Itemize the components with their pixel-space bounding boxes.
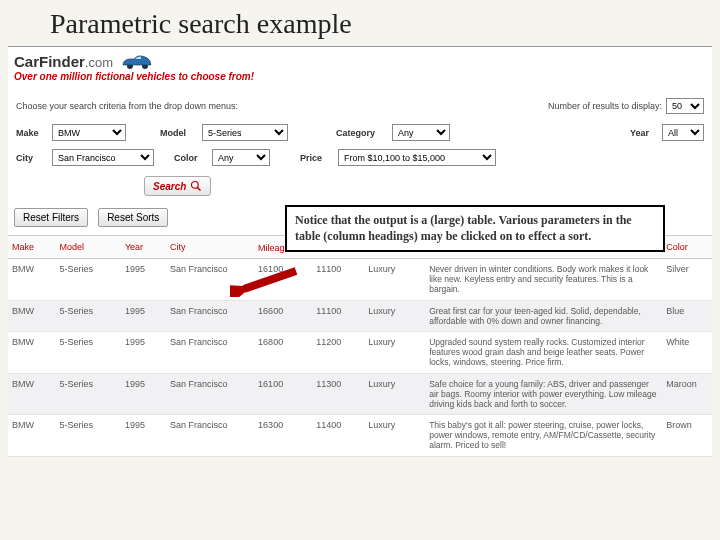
cell-price: 11200 — [312, 331, 364, 373]
table-row: BMW5-Series1995San Francisco1610011300Lu… — [8, 373, 712, 415]
cell-color: Maroon — [662, 373, 712, 415]
annotation-callout: Notice that the output is a (large) tabl… — [285, 205, 665, 252]
category-label: Category — [336, 128, 384, 138]
car-icon — [119, 51, 155, 71]
results-table: Make Model Year City Mileage✦ Price✦ Cat… — [8, 235, 712, 457]
cell-description: Upgraded sound system really rocks. Cust… — [425, 331, 662, 373]
cell-year: 1995 — [121, 415, 166, 457]
cell-make: BMW — [8, 331, 55, 373]
svg-line-3 — [198, 188, 201, 191]
cell-description: This baby's got it all: power steering, … — [425, 415, 662, 457]
col-color[interactable]: Color — [662, 236, 712, 259]
category-select[interactable]: Any — [392, 124, 450, 141]
cell-category: Luxury — [364, 259, 425, 301]
cell-price: 11100 — [312, 300, 364, 331]
cell-mileage: 16100 — [254, 373, 312, 415]
cell-category: Luxury — [364, 415, 425, 457]
table-row: BMW5-Series1995San Francisco1680011200Lu… — [8, 331, 712, 373]
reset-sorts-button[interactable]: Reset Sorts — [98, 208, 168, 227]
price-select[interactable]: From $10,100 to $15,000 — [338, 149, 496, 166]
brand-name: CarFinder — [14, 53, 85, 70]
cell-color: Blue — [662, 300, 712, 331]
model-label: Model — [160, 128, 194, 138]
col-city[interactable]: City — [166, 236, 254, 259]
annotation-arrow-icon — [230, 265, 300, 297]
cell-model: 5-Series — [55, 331, 120, 373]
col-year[interactable]: Year — [121, 236, 166, 259]
cell-make: BMW — [8, 300, 55, 331]
cell-price: 11300 — [312, 373, 364, 415]
num-display-select[interactable]: 50 — [666, 98, 704, 114]
cell-price: 11400 — [312, 415, 364, 457]
cell-description: Safe choice for a young family: ABS, dri… — [425, 373, 662, 415]
cell-year: 1995 — [121, 259, 166, 301]
svg-point-2 — [192, 182, 199, 189]
color-label: Color — [174, 153, 204, 163]
cell-city: San Francisco — [166, 331, 254, 373]
reset-filters-button[interactable]: Reset Filters — [14, 208, 88, 227]
cell-make: BMW — [8, 415, 55, 457]
col-model[interactable]: Model — [55, 236, 120, 259]
search-button[interactable]: Search — [144, 176, 211, 196]
cell-category: Luxury — [364, 300, 425, 331]
cell-color: Silver — [662, 259, 712, 301]
cell-color: White — [662, 331, 712, 373]
search-icon — [190, 180, 202, 192]
instruction-text: Choose your search criteria from the dro… — [16, 101, 238, 111]
cell-mileage: 16800 — [254, 331, 312, 373]
cell-description: Great first car for your teen-aged kid. … — [425, 300, 662, 331]
filter-panel: Make BMW Model 5-Series Category Any Yea… — [8, 120, 712, 204]
cell-color: Brown — [662, 415, 712, 457]
cell-model: 5-Series — [55, 373, 120, 415]
brand-logo: CarFinder.com — [14, 53, 113, 70]
slide-title: Parametric search example — [0, 0, 720, 46]
table-row: BMW5-Series1995San Francisco1630011400Lu… — [8, 415, 712, 457]
cell-year: 1995 — [121, 300, 166, 331]
tagline: Over one million fictional vehicles to c… — [8, 71, 712, 88]
city-label: City — [16, 153, 44, 163]
make-select[interactable]: BMW — [52, 124, 126, 141]
cell-city: San Francisco — [166, 415, 254, 457]
year-select[interactable]: All — [662, 124, 704, 141]
cell-model: 5-Series — [55, 415, 120, 457]
table-row: BMW5-Series1995San Francisco1610011100Lu… — [8, 259, 712, 301]
city-select[interactable]: San Francisco — [52, 149, 154, 166]
cell-year: 1995 — [121, 373, 166, 415]
cell-make: BMW — [8, 373, 55, 415]
color-select[interactable]: Any — [212, 149, 270, 166]
cell-model: 5-Series — [55, 259, 120, 301]
make-label: Make — [16, 128, 44, 138]
cell-category: Luxury — [364, 331, 425, 373]
cell-price: 11100 — [312, 259, 364, 301]
cell-description: Never driven in winter conditions. Body … — [425, 259, 662, 301]
cell-city: San Francisco — [166, 300, 254, 331]
cell-make: BMW — [8, 259, 55, 301]
brand-bar: CarFinder.com — [8, 47, 712, 71]
cell-model: 5-Series — [55, 300, 120, 331]
model-select[interactable]: 5-Series — [202, 124, 288, 141]
cell-category: Luxury — [364, 373, 425, 415]
svg-line-5 — [244, 271, 296, 289]
cell-year: 1995 — [121, 331, 166, 373]
brand-suffix: .com — [85, 55, 113, 70]
search-button-label: Search — [153, 181, 186, 192]
table-row: BMW5-Series1995San Francisco1660011100Lu… — [8, 300, 712, 331]
col-make[interactable]: Make — [8, 236, 55, 259]
cell-mileage: 16300 — [254, 415, 312, 457]
price-label: Price — [300, 153, 330, 163]
year-label: Year — [630, 128, 654, 138]
cell-mileage: 16600 — [254, 300, 312, 331]
cell-city: San Francisco — [166, 373, 254, 415]
num-display-label: Number of results to display: — [548, 101, 662, 111]
